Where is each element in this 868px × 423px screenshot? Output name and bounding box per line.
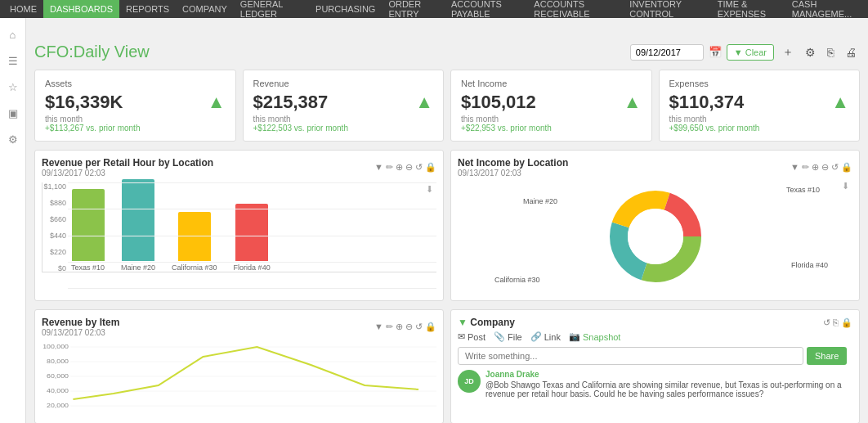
kpi-net-income-label: Net Income [461,79,642,88]
commenter-name: Joanna Drake [485,370,852,379]
kpi-assets-change: +$113,267 vs. prior month [45,124,226,133]
lock-icon-4[interactable]: 🔒 [841,317,852,328]
grid-lines [68,182,436,289]
calendar-icon[interactable]: 📅 [709,46,722,58]
bar-chart-icons: ▼ ✏ ⊕ ⊖ ↺ 🔒 [374,162,436,173]
refresh-icon-4[interactable]: ↺ [823,317,830,328]
snapshot-action[interactable]: 📷 Snapshot [569,331,620,342]
page-header: CFO:Daily View 📅 ▼ Clear ＋ ⚙ ⎘ 🖨 [34,43,860,61]
line-chart-area: 100,000 80,000 60,000 40,000 20,000 [42,340,436,414]
line-series [73,347,418,399]
external-icon[interactable]: ⎘ [833,317,839,328]
nav-time-expenses[interactable]: TIME & EXPENSES [711,0,785,18]
sidebar-home-icon[interactable]: ⌂ [3,25,23,44]
legend-florida: Florida #40 [791,261,828,269]
edit-icon-2[interactable]: ✏ [802,162,809,173]
search-icon-3[interactable]: ⊕ [396,322,403,332]
kpi-assets-arrow: ▲ [208,92,226,113]
share-button[interactable]: Share [807,347,847,365]
donut-chart-header: Net Income by Location 09/13/2017 02:03 … [458,157,852,178]
svg-text:100,000: 100,000 [43,342,69,350]
line-chart-title: Revenue by Item [42,317,119,328]
donut-hole [628,209,683,264]
company-header: ▼ Company ↺ ⎘ 🔒 [458,317,852,328]
refresh-icon[interactable]: ↺ [415,162,423,173]
edit-icon[interactable]: ✏ [386,162,393,173]
bar-chart-inner: Texas #10 Maine #20 California #30 Flori… [42,182,436,272]
post-action[interactable]: ✉ Post [458,331,485,342]
kpi-revenue-value-row: $215,387 ▲ [253,92,434,113]
sidebar-monitor-icon[interactable]: ▣ [3,103,23,123]
sidebar-star-icon[interactable]: ☆ [3,77,23,97]
nav-reports[interactable]: REPORTS [119,0,176,18]
svg-text:40,000: 40,000 [47,386,69,394]
comment-input-row: Share [458,347,852,365]
kpi-assets-sub: this month [45,115,226,124]
avatar: JD [458,370,481,393]
svg-text:60,000: 60,000 [47,371,69,380]
kpi-revenue-value: $215,387 [253,92,329,113]
header-controls: 📅 ▼ Clear ＋ ⚙ ⎘ 🖨 [630,43,860,61]
kpi-assets-label: Assets [45,79,226,88]
donut-chart-date: 09/13/2017 02:03 [458,169,568,178]
download-icon-2[interactable]: ⬇ [842,181,849,191]
kpi-expenses-change: +$99,650 vs. prior month [669,124,850,133]
comment-text: Joanna Drake @Bob Shawgo Texas and Calif… [485,370,852,398]
svg-text:80,000: 80,000 [47,357,69,365]
nav-home[interactable]: HOME [3,0,43,18]
lock-icon-2[interactable]: 🔒 [841,162,852,173]
snapshot-icon: 📷 [569,331,580,342]
panel-company: ▼ Company ↺ ⎘ 🔒 ✉ Post 📎 File [450,309,860,423]
nav-purchasing[interactable]: PURCHASING [309,0,382,18]
nav-accounts-receivable[interactable]: ACCOUNTS RECEIVABLE [527,0,623,18]
settings-button[interactable]: ⚙ [802,44,819,61]
kpi-net-income-change: +$22,953 vs. prior month [461,124,642,133]
top-navigation: HOME DASHBOARDS REPORTS COMPANY GENERAL … [0,0,868,18]
nav-dashboards[interactable]: DASHBOARDS [43,0,119,18]
date-input[interactable] [630,44,704,61]
nav-accounts-payable[interactable]: ACCOUNTS PAYABLE [445,0,527,18]
refresh-icon-2[interactable]: ↺ [831,162,839,173]
kpi-revenue: Revenue $215,387 ▲ this month +$122,503 … [243,70,445,142]
search-icon[interactable]: ⊕ [396,162,403,173]
filter-icon[interactable]: ▼ [374,162,383,173]
company-icons: ↺ ⎘ 🔒 [823,317,852,328]
export-button[interactable]: ⎘ [824,44,837,61]
edit-icon-3[interactable]: ✏ [386,322,393,332]
lock-icon-3[interactable]: 🔒 [425,322,436,332]
filter-icon-2[interactable]: ▼ [790,162,799,173]
sidebar-settings-icon[interactable]: ⚙ [3,129,23,149]
panel-bar-chart: Revenue per Retail Hour by Location 09/1… [34,150,444,301]
add-button[interactable]: ＋ [779,43,797,61]
legend-california: California #30 [494,276,540,284]
bar-chart-title: Revenue per Retail Hour by Location [42,157,213,169]
line-chart-svg: 100,000 80,000 60,000 40,000 20,000 [42,340,436,414]
sidebar-nav-icon[interactable]: ☰ [3,51,23,70]
donut-chart-area: Texas #10 Maine #20 California #30 Flori… [458,179,852,294]
lock-icon[interactable]: 🔒 [425,162,436,173]
file-action[interactable]: 📎 File [494,331,522,342]
kpi-expenses-label: Expenses [669,79,850,88]
main-content: CFO:Daily View 📅 ▼ Clear ＋ ⚙ ⎘ 🖨 Assets … [26,36,868,423]
filter-icon-3[interactable]: ▼ [374,322,383,332]
zoom-icon-3[interactable]: ⊖ [405,322,413,332]
zoom-icon-2[interactable]: ⊖ [821,162,829,173]
line-chart-date: 09/13/2017 02:03 [42,328,119,337]
donut-svg [590,183,721,290]
nav-order-entry[interactable]: ORDER ENTRY [382,0,445,18]
zoom-icon[interactable]: ⊖ [405,162,413,173]
print-button[interactable]: 🖨 [842,44,860,61]
link-action[interactable]: 🔗 Link [530,331,561,342]
write-something-input[interactable] [458,347,803,365]
nav-company[interactable]: COMPANY [176,0,234,18]
sidebar: ⌂ ☰ ☆ ▣ ⚙ [0,18,26,423]
kpi-revenue-change: +$122,503 vs. prior month [253,124,434,133]
kpi-net-income-sub: this month [461,115,642,124]
nav-inventory-control[interactable]: INVENTORY CONTROL [623,0,710,18]
clear-button[interactable]: ▼ Clear [727,44,774,61]
search-icon-2[interactable]: ⊕ [812,162,819,173]
nav-general-ledger[interactable]: GENERAL LEDGER [234,0,309,18]
download-icon[interactable]: ⬇ [426,184,433,195]
refresh-icon-3[interactable]: ↺ [415,322,423,332]
nav-cash-management[interactable]: CASH MANAGEME... [785,0,865,18]
